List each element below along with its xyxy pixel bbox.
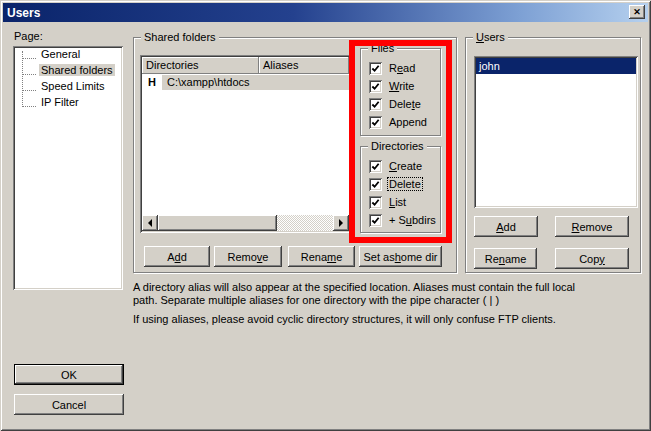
checkbox-icon[interactable] (369, 160, 382, 173)
files-group-label: Files (368, 42, 397, 54)
copy-user-button[interactable]: Copy (555, 248, 629, 269)
checkbox-label: Delete (388, 178, 422, 190)
users-dialog: Users ✕ Page: General Shared folders Spe… (0, 0, 651, 431)
tree-item-label[interactable]: IP Filter (39, 96, 81, 108)
set-as-home-dir-button[interactable]: Set as home dir (359, 246, 442, 267)
users-group-label: Users (473, 31, 508, 43)
checkbox-icon[interactable] (369, 80, 382, 93)
sidebar-item-speed-limits[interactable]: Speed Limits (13, 78, 123, 94)
tree-item-label[interactable]: Speed Limits (39, 80, 107, 92)
scrollbar-track[interactable] (277, 215, 333, 231)
files-group: Files Read Write Delete Append (360, 48, 441, 136)
listview-body: H C:\xampp\htdocs (142, 74, 349, 215)
page-tree: General Shared folders Speed Limits IP F… (13, 46, 123, 290)
rename-directory-button[interactable]: Rename (288, 246, 355, 267)
add-directory-button[interactable]: Add (144, 246, 210, 267)
directories-listview[interactable]: Directories Aliases H C:\xampp\htdocs (140, 55, 351, 233)
checkbox-list[interactable]: List (361, 193, 440, 211)
directories-group-label: Directories (368, 140, 427, 152)
checkbox-icon[interactable] (369, 178, 382, 191)
tree-stub (22, 49, 36, 59)
alias-notes: A directory alias will also appear at th… (133, 281, 599, 332)
scroll-right-icon[interactable] (333, 215, 349, 231)
checkbox-append[interactable]: Append (361, 113, 440, 131)
home-flag: H (142, 76, 162, 88)
horizontal-scrollbar[interactable] (142, 215, 349, 231)
table-row[interactable]: H C:\xampp\htdocs (142, 74, 349, 90)
tree-item-label[interactable]: General (39, 48, 82, 60)
column-header-aliases[interactable]: Aliases (259, 57, 349, 74)
window-title: Users (7, 6, 40, 20)
checkbox-label: Write (388, 80, 415, 92)
checkbox-label: List (388, 196, 407, 208)
checkbox-icon[interactable] (369, 98, 382, 111)
checkbox-icon[interactable] (369, 214, 382, 227)
checkbox-icon[interactable] (369, 62, 382, 75)
note-paragraph: A directory alias will also appear at th… (133, 281, 599, 307)
shared-folders-group-label: Shared folders (141, 31, 219, 43)
checkbox-icon[interactable] (369, 196, 382, 209)
checkbox-label: Delete (388, 98, 422, 110)
checkbox-subdirs[interactable]: + Subdirs (361, 211, 440, 229)
cancel-button[interactable]: Cancel (14, 394, 124, 415)
remove-user-button[interactable]: Remove (555, 216, 629, 237)
scrollbar-thumb[interactable] (158, 215, 277, 231)
checkbox-create[interactable]: Create (361, 157, 440, 175)
listview-header: Directories Aliases (142, 57, 349, 74)
tree-stub (22, 65, 36, 75)
tree-stub (22, 81, 36, 91)
remove-directory-button[interactable]: Remove (214, 246, 282, 267)
checkbox-delete-files[interactable]: Delete (361, 95, 440, 113)
sidebar-item-shared-folders[interactable]: Shared folders (13, 62, 123, 78)
checkbox-delete-directories[interactable]: Delete (361, 175, 440, 193)
checkbox-write[interactable]: Write (361, 77, 440, 95)
checkbox-label: + Subdirs (388, 214, 437, 226)
directory-cell[interactable]: C:\xampp\htdocs (162, 75, 349, 90)
users-listbox[interactable]: john (474, 56, 638, 208)
title-bar[interactable]: Users ✕ (3, 3, 648, 22)
note-paragraph: If using aliases, please avoid cyclic di… (133, 313, 599, 326)
column-header-directories[interactable]: Directories (142, 57, 259, 74)
checkbox-read[interactable]: Read (361, 59, 440, 77)
page-label: Page: (14, 30, 43, 42)
tree-item-label[interactable]: Shared folders (39, 64, 115, 76)
checkbox-label: Create (388, 160, 423, 172)
tree-stub (22, 97, 36, 107)
ok-button[interactable]: OK (14, 364, 124, 385)
checkbox-label: Append (388, 116, 428, 128)
list-item-user[interactable]: john (476, 58, 636, 74)
users-group: Users john Add Remove Rename Copy (465, 37, 641, 273)
close-icon[interactable]: ✕ (629, 5, 645, 19)
scroll-left-icon[interactable] (142, 215, 158, 231)
directories-group: Directories Create Delete List + Subdirs (360, 146, 441, 233)
sidebar-item-general[interactable]: General (13, 46, 123, 62)
rename-user-button[interactable]: Rename (474, 248, 537, 269)
checkbox-label: Read (388, 62, 416, 74)
sidebar-item-ip-filter[interactable]: IP Filter (13, 94, 123, 110)
checkbox-icon[interactable] (369, 116, 382, 129)
add-user-button[interactable]: Add (474, 216, 538, 237)
